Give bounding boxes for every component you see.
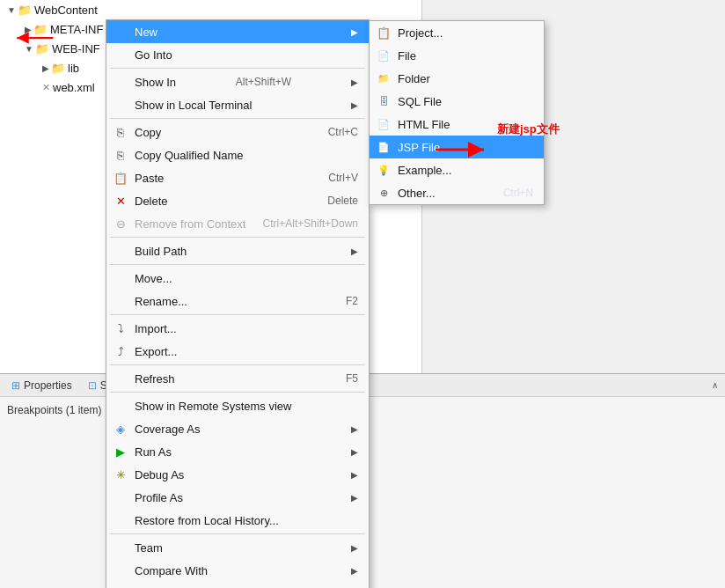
menu-item-team[interactable]: Team ▶ [106,536,369,559]
submenu-label-folder: Folder [398,72,430,85]
menu-item-coverageas[interactable]: ◈ Coverage As ▶ [106,417,369,440]
jsp-icon: 📄 [375,142,392,153]
team-label: Team [135,541,163,555]
new-label: New [135,26,157,39]
menu-item-import[interactable]: ⤵ Import... [106,317,369,340]
separator-8 [110,533,365,534]
submenu-label-html: HTML File [398,118,450,131]
delete-icon: ✕ [112,195,129,208]
submenu-item-sql[interactable]: 🗄 SQL File [370,90,544,113]
comparewith-label: Compare With [135,564,208,577]
sql-icon: 🗄 [375,96,392,107]
separator-1 [110,68,365,69]
removecontext-icon: ⊖ [112,217,129,231]
folder-icon: 📁 [18,4,32,17]
move-label: Move... [135,272,172,285]
submenu-label-other: Other... [398,187,436,200]
expand-arrow: ▼ [25,44,33,54]
project-icon: 📋 [375,26,392,40]
menu-item-gointo[interactable]: Go Into [106,43,369,66]
menu-item-export[interactable]: ⤴ Export... [106,340,369,363]
restorehistory-label: Restore from Local History... [135,514,279,527]
import-label: Import... [135,322,177,335]
comparewith-arrow: ▶ [351,566,358,576]
gointo-label: Go Into [135,48,172,62]
menu-item-showremote[interactable]: Show in Remote Systems view [106,394,369,417]
example-icon: 💡 [375,165,392,176]
submenu-item-project[interactable]: 📋 Project... [370,21,544,44]
copyqualified-icon: ⎘ [112,149,129,162]
debug-icon: ✳ [112,468,129,481]
submenu-item-jsp[interactable]: 📄 JSP File [370,136,544,158]
properties-tab-icon: ⊞ [11,379,20,392]
other-icon: ⊕ [375,187,392,199]
submenu-item-other[interactable]: ⊕ Other... Ctrl+N [370,181,544,204]
folder-icon: 📁 [35,42,49,55]
submenu-label-jsp: JSP File [398,141,440,154]
runas-arrow: ▶ [351,447,358,457]
menu-item-paste[interactable]: 📋 Paste Ctrl+V [106,166,369,189]
showterminal-label: Show in Local Terminal [135,99,252,112]
submenu-item-file[interactable]: 📄 File [370,44,544,67]
delete-label: Delete [135,195,168,208]
paste-shortcut: Ctrl+V [328,172,358,184]
submenu-label-file: File [398,49,416,62]
tree-label: web.xml [53,81,95,94]
menu-item-showin[interactable]: Show In Alt+Shift+W ▶ [106,70,369,93]
menu-item-showterminal[interactable]: Show in Local Terminal ▶ [106,93,369,116]
new-submenu: 📋 Project... 📄 File 📁 Folder 🗄 SQL File … [369,20,545,205]
separator-6 [110,364,365,365]
file-icon: 📄 [375,50,392,62]
collapse-button[interactable]: ∧ [708,379,721,392]
buildpath-label: Build Path [135,245,187,258]
other-shortcut: Ctrl+N [503,187,533,199]
submenu-label-sql: SQL File [398,95,442,108]
html-icon: 📄 [375,119,392,130]
profileas-label: Profile As [135,491,183,504]
submenu-label-example: Example... [398,164,451,177]
menu-item-restorehistory[interactable]: Restore from Local History... [106,509,369,532]
rename-shortcut: F2 [346,295,358,307]
submenu-item-html[interactable]: 📄 HTML File [370,113,544,136]
menu-item-profileas[interactable]: Profile As ▶ [106,486,369,509]
menu-item-rename[interactable]: Rename... F2 [106,290,369,312]
tree-label: WebContent [34,4,98,17]
menu-item-refresh[interactable]: Refresh F5 [106,367,369,390]
menu-item-new[interactable]: New ▶ 📋 Project... 📄 File 📁 Folder 🗄 SQL… [106,20,369,43]
folder-icon-sub: 📁 [375,73,392,85]
export-icon: ⤴ [112,345,129,358]
menu-item-debugas[interactable]: ✳ Debug As ▶ [106,463,369,486]
export-label: Export... [135,345,177,358]
runas-label: Run As [135,445,172,459]
menu-item-runas[interactable]: ▶ Run As ▶ [106,440,369,463]
menu-item-move[interactable]: Move... [106,267,369,290]
menu-item-copy[interactable]: ⎘ Copy Ctrl+C [106,121,369,143]
submenu-item-folder[interactable]: 📁 Folder [370,67,544,90]
profileas-arrow: ▶ [351,493,358,503]
menu-item-delete[interactable]: ✕ Delete Delete [106,189,369,212]
properties-tab-label: Properties [24,379,72,392]
expand-arrow: ▶ [25,25,32,34]
removecontext-shortcut: Ctrl+Alt+Shift+Down [263,217,358,230]
expand-arrow: ▼ [7,5,16,15]
breakpoints-text: Breakpoints (1 item) [7,404,101,416]
menu-item-source[interactable]: Source ▶ [106,582,369,588]
separator-3 [110,237,365,238]
debugas-arrow: ▶ [351,470,358,480]
showin-shortcut: Alt+Shift+W [236,76,291,88]
file-icon: ✕ [42,82,50,93]
coverageas-arrow: ▶ [351,424,358,434]
separator-2 [110,118,365,119]
servers-tab-icon: ⊡ [88,379,97,392]
rename-label: Rename... [135,295,187,308]
tab-properties[interactable]: ⊞ Properties [4,376,80,395]
team-arrow: ▶ [351,543,358,553]
submenu-item-example[interactable]: 💡 Example... [370,158,544,181]
menu-item-buildpath[interactable]: Build Path ▶ [106,239,369,262]
showin-label: Show In [135,76,176,89]
copyqualified-label: Copy Qualified Name [135,149,244,162]
tree-item-webcontent[interactable]: ▼ 📁 WebContent [0,0,421,19]
menu-item-comparewith[interactable]: Compare With ▶ [106,559,369,582]
copy-icon: ⎘ [112,126,129,139]
menu-item-copyqualified[interactable]: ⎘ Copy Qualified Name [106,143,369,166]
